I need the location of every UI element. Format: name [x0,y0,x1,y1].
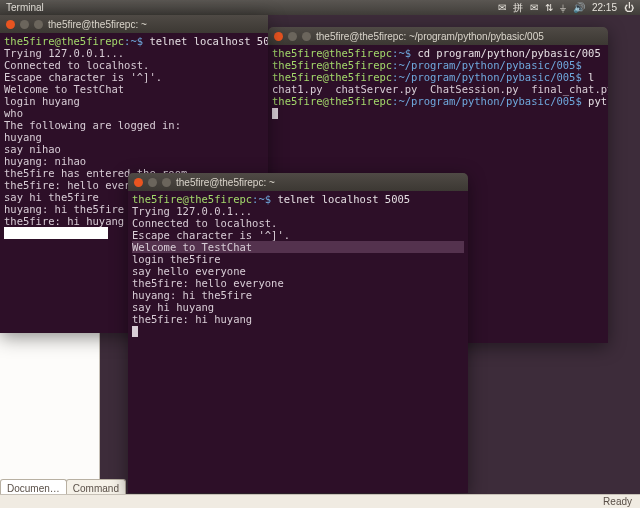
envelope-icon[interactable]: ✉ [530,2,538,13]
top-menubar: Terminal ✉ 拼 ✉ ⇅ ⏚ 🔊 22:15 ⏻ [0,0,640,15]
desktop: Documen… Command hi… CommandHandler Chat… [0,15,640,508]
speaker-icon[interactable]: 🔊 [573,2,585,13]
maximize-icon[interactable] [34,20,43,29]
minimize-icon[interactable] [148,178,157,187]
close-icon[interactable] [6,20,15,29]
close-icon[interactable] [134,178,143,187]
clock[interactable]: 22:15 [592,2,617,13]
window-title: the5fire@the5firepc: ~ [176,177,275,188]
close-icon[interactable] [274,32,283,41]
ime-icon[interactable]: 拼 [513,1,523,15]
titlebar[interactable]: the5fire@the5firepc: ~/program/python/py… [268,27,608,45]
maximize-icon[interactable] [302,32,311,41]
mail-icon[interactable]: ✉ [498,2,506,13]
app-title: Terminal [6,2,498,13]
window-title: the5fire@the5firepc: ~ [48,19,147,30]
status-text: Ready [603,496,632,507]
titlebar[interactable]: the5fire@the5firepc: ~ [0,15,268,33]
statusbar: Ready [0,494,640,508]
terminal-body[interactable]: the5fire@the5firepc:~$ cd program/python… [268,45,608,121]
terminal-window-middle[interactable]: the5fire@the5firepc: ~ the5fire@the5fire… [128,173,468,493]
network-icon[interactable]: ⇅ [545,2,553,13]
power-icon[interactable]: ⏻ [624,2,634,13]
titlebar[interactable]: the5fire@the5firepc: ~ [128,173,468,191]
window-title: the5fire@the5firepc: ~/program/python/py… [316,31,544,42]
minimize-icon[interactable] [20,20,29,29]
terminal-body[interactable]: the5fire@the5firepc:~$ telnet localhost … [128,191,468,339]
minimize-icon[interactable] [288,32,297,41]
wifi-icon[interactable]: ⏚ [560,2,566,13]
maximize-icon[interactable] [162,178,171,187]
system-tray: ✉ 拼 ✉ ⇅ ⏚ 🔊 22:15 ⏻ [498,1,634,15]
